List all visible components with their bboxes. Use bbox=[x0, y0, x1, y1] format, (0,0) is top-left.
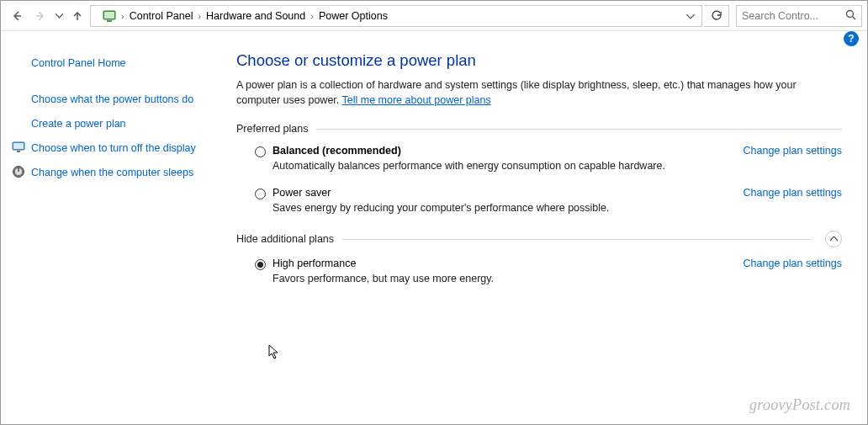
svg-rect-5 bbox=[107, 20, 112, 22]
search-icon bbox=[844, 9, 856, 23]
content-area: Control Panel Home Choose what the power… bbox=[1, 31, 867, 424]
radio-balanced[interactable] bbox=[255, 146, 266, 157]
description-text: A power plan is a collection of hardware… bbox=[236, 79, 797, 106]
toolbar: › Control Panel › Hardware and Sound › P… bbox=[1, 1, 867, 31]
svg-point-6 bbox=[847, 10, 854, 17]
breadcrumb-segment[interactable]: Hardware and Sound bbox=[201, 6, 310, 26]
sidebar-link-home[interactable]: Control Panel Home bbox=[14, 51, 203, 76]
sidebar: Control Panel Home Choose what the power… bbox=[1, 31, 216, 424]
learn-more-link[interactable]: Tell me more about power plans bbox=[342, 94, 491, 106]
help-icon[interactable]: ? bbox=[844, 31, 859, 46]
sidebar-link-create-plan[interactable]: Create a power plan bbox=[14, 112, 203, 136]
back-button[interactable] bbox=[6, 5, 28, 27]
svg-rect-4 bbox=[104, 12, 114, 19]
sidebar-link-turn-off-display[interactable]: Choose when to turn off the display bbox=[14, 136, 203, 161]
divider bbox=[342, 239, 812, 240]
page-title: Choose or customize a power plan bbox=[236, 51, 842, 70]
plan-name[interactable]: Balanced (recommended) bbox=[273, 145, 728, 157]
sidebar-link-power-buttons[interactable]: Choose what the power buttons do bbox=[14, 88, 203, 112]
collapse-icon[interactable] bbox=[825, 231, 842, 247]
address-dropdown-icon[interactable] bbox=[683, 11, 698, 21]
svg-line-7 bbox=[853, 16, 856, 19]
recent-dropdown-icon[interactable] bbox=[53, 5, 65, 27]
main-panel: ? Choose or customize a power plan A pow… bbox=[216, 31, 867, 424]
section-header-additional: Hide additional plans bbox=[236, 231, 842, 247]
plan-description: Saves energy by reducing your computer's… bbox=[273, 202, 728, 214]
plan-row-power-saver: Power saver Saves energy by reducing you… bbox=[236, 183, 842, 226]
sidebar-item-label: Choose when to turn off the display bbox=[31, 142, 196, 154]
section-label: Preferred plans bbox=[236, 123, 308, 135]
change-plan-settings-link[interactable]: Change plan settings bbox=[744, 145, 842, 157]
plan-description: Favors performance, but may use more ene… bbox=[273, 273, 728, 284]
radio-power-saver[interactable] bbox=[255, 189, 266, 199]
sidebar-link-computer-sleeps[interactable]: Change when the computer sleeps bbox=[14, 161, 203, 185]
change-plan-settings-link[interactable]: Change plan settings bbox=[744, 258, 842, 269]
power-icon bbox=[12, 165, 25, 178]
change-plan-settings-link[interactable]: Change plan settings bbox=[744, 187, 842, 199]
radio-high-performance[interactable] bbox=[255, 259, 266, 270]
search-input[interactable]: Search Contro... bbox=[736, 5, 862, 27]
page-description: A power plan is a collection of hardware… bbox=[236, 78, 842, 108]
svg-rect-10 bbox=[17, 151, 20, 152]
forward-button[interactable] bbox=[29, 5, 51, 27]
address-bar[interactable]: › Control Panel › Hardware and Sound › P… bbox=[90, 5, 702, 27]
plan-row-high-performance: High performance Favors performance, but… bbox=[236, 254, 842, 296]
plan-name[interactable]: Power saver bbox=[273, 187, 728, 199]
breadcrumb-segment[interactable]: Power Options bbox=[314, 6, 393, 26]
watermark: groovyPost.com bbox=[749, 396, 850, 414]
plan-name[interactable]: High performance bbox=[273, 258, 728, 269]
breadcrumb-segment[interactable]: Control Panel bbox=[124, 6, 198, 26]
sidebar-item-label: Change when the computer sleeps bbox=[31, 167, 193, 178]
section-header-preferred: Preferred plans bbox=[236, 123, 842, 135]
refresh-button[interactable] bbox=[704, 5, 729, 27]
divider bbox=[316, 129, 842, 130]
svg-rect-9 bbox=[13, 143, 24, 149]
monitor-icon bbox=[12, 141, 25, 154]
section-label[interactable]: Hide additional plans bbox=[236, 233, 334, 245]
plan-description: Automatically balances performance with … bbox=[273, 160, 728, 172]
control-panel-icon bbox=[101, 8, 118, 24]
plan-row-balanced: Balanced (recommended) Automatically bal… bbox=[236, 141, 842, 183]
search-placeholder: Search Contro... bbox=[742, 10, 844, 22]
up-button[interactable] bbox=[66, 5, 88, 27]
